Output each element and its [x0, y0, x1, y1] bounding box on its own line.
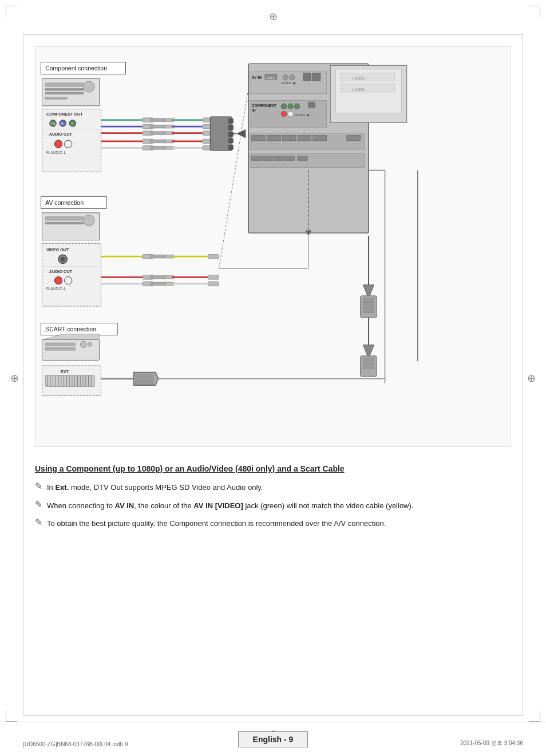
- svg-point-70: [283, 74, 288, 80]
- svg-rect-93: [252, 156, 262, 161]
- svg-rect-174: [363, 302, 374, 305]
- svg-rect-23: [150, 118, 167, 122]
- svg-point-82: [288, 111, 294, 117]
- svg-rect-62: [340, 73, 394, 81]
- svg-text:AV IN: AV IN: [252, 76, 262, 80]
- note-icon-1: ✎: [35, 481, 42, 492]
- svg-rect-47: [150, 146, 167, 149]
- svg-text:COMPONENT: COMPONENT: [252, 104, 276, 108]
- svg-rect-88: [282, 135, 296, 141]
- svg-line-167: [219, 88, 249, 268]
- note-item-2: ✎ When connecting to AV IN, the colour o…: [35, 500, 511, 512]
- svg-rect-127: [150, 282, 167, 286]
- svg-rect-54: [229, 132, 234, 137]
- svg-rect-182: [363, 366, 374, 369]
- diagram-area: Component connection COMPONENT OUT Pb Pr…: [35, 46, 511, 447]
- svg-rect-53: [229, 125, 234, 130]
- svg-rect-175: [363, 306, 374, 309]
- svg-point-71: [290, 74, 295, 80]
- svg-text:R-AUDIO-L: R-AUDIO-L: [46, 151, 66, 155]
- svg-rect-6: [45, 92, 84, 94]
- svg-rect-35: [150, 132, 167, 135]
- svg-rect-165: [136, 382, 153, 385]
- svg-rect-101: [45, 217, 84, 221]
- corner-br: [529, 710, 540, 722]
- reg-mark-left: ⊕: [10, 372, 19, 385]
- svg-point-102: [84, 215, 94, 226]
- corner-tl: [6, 6, 17, 17]
- reg-mark-top: ⊕: [269, 10, 278, 23]
- svg-rect-5: [45, 88, 84, 90]
- svg-text:IN: IN: [252, 108, 256, 112]
- svg-text:Pr: Pr: [61, 122, 65, 125]
- note-item-3: ✎ To obtain the best picture quality, th…: [35, 518, 511, 529]
- svg-text:VIDEO OUT: VIDEO OUT: [46, 248, 69, 252]
- note-text-3: To obtain the best picture quality, the …: [47, 518, 386, 529]
- svg-point-4: [84, 81, 94, 92]
- svg-rect-94: [263, 156, 272, 161]
- svg-rect-89: [298, 135, 311, 141]
- section-title: Using a Component (up to 1080p) or an Au…: [35, 464, 511, 473]
- svg-rect-29: [150, 125, 167, 128]
- note-text-1: In Ext. mode, DTV Out supports MPEG SD V…: [47, 482, 263, 493]
- page-number: English - 9: [238, 731, 308, 747]
- svg-rect-90: [313, 135, 327, 141]
- svg-rect-173: [363, 299, 374, 302]
- svg-rect-91: [347, 135, 361, 141]
- svg-point-111: [65, 276, 72, 284]
- svg-rect-7: [45, 97, 67, 100]
- note-icon-3: ✎: [35, 517, 42, 528]
- note-item-1: ✎ In Ext. mode, DTV Out supports MPEG SD…: [35, 482, 511, 493]
- svg-rect-138: [45, 347, 75, 351]
- svg-rect-124: [208, 275, 219, 280]
- svg-text:COMPONENT OUT: COMPONENT OUT: [46, 112, 83, 117]
- svg-text:SCART connection: SCART connection: [45, 326, 96, 333]
- main-content: Component connection COMPONENT OUT Pb Pr…: [23, 34, 523, 716]
- svg-text:AUDIO ◀: AUDIO ◀: [281, 81, 295, 85]
- svg-point-140: [88, 342, 93, 347]
- svg-rect-176: [363, 310, 374, 313]
- svg-rect-118: [208, 254, 219, 259]
- svg-text:Pb: Pb: [52, 122, 56, 125]
- svg-rect-73: [303, 73, 311, 81]
- svg-rect-143: [45, 375, 94, 386]
- footer-date: 2011-05-09 오후 3:04:36: [460, 739, 523, 747]
- reg-mark-right: ⊕: [527, 372, 536, 385]
- svg-rect-74: [312, 73, 321, 81]
- svg-text:Component connection: Component connection: [45, 65, 107, 72]
- svg-text:EXT: EXT: [61, 370, 69, 374]
- svg-text:R-AUDIO-L: R-AUDIO-L: [46, 287, 66, 291]
- page-container: ⊕ ⊕ ⊕ ⊕ Component connection: [0, 0, 546, 756]
- note-text-2: When connecting to AV IN, the colour of …: [47, 500, 413, 512]
- svg-rect-121: [150, 276, 167, 279]
- footer: English - 9 [UD6500-ZG]BN68-03776B-00L04…: [0, 722, 546, 756]
- svg-rect-55: [229, 138, 234, 143]
- svg-point-110: [54, 276, 62, 284]
- svg-rect-103: [45, 222, 84, 224]
- svg-text:LABEL: LABEL: [352, 76, 366, 81]
- svg-point-18: [54, 140, 62, 148]
- svg-rect-52: [229, 119, 234, 124]
- svg-rect-41: [150, 140, 167, 143]
- note-icon-2: ✎: [35, 499, 42, 510]
- corner-bl: [6, 710, 17, 722]
- svg-text:AUDIO OUT: AUDIO OUT: [49, 270, 73, 274]
- svg-rect-180: [363, 358, 374, 361]
- svg-rect-86: [252, 135, 266, 141]
- svg-text:VIDEO: VIDEO: [266, 76, 276, 80]
- svg-point-80: [294, 104, 300, 109]
- svg-rect-104: [42, 243, 101, 306]
- svg-rect-63: [340, 84, 394, 92]
- svg-point-19: [65, 140, 72, 148]
- svg-point-78: [281, 104, 287, 109]
- svg-rect-84: [308, 102, 315, 108]
- footer-file: [UD6500-ZG]BN68-03776B-00L04.indb 9: [23, 741, 128, 747]
- connection-diagram: Component connection COMPONENT OUT Pb Pr…: [35, 47, 511, 446]
- svg-rect-137: [45, 343, 75, 346]
- svg-rect-164: [136, 378, 153, 381]
- svg-rect-96: [284, 156, 294, 161]
- svg-rect-56: [229, 145, 234, 150]
- svg-rect-87: [267, 135, 281, 141]
- svg-rect-8: [42, 109, 101, 172]
- corner-tr: [529, 6, 540, 17]
